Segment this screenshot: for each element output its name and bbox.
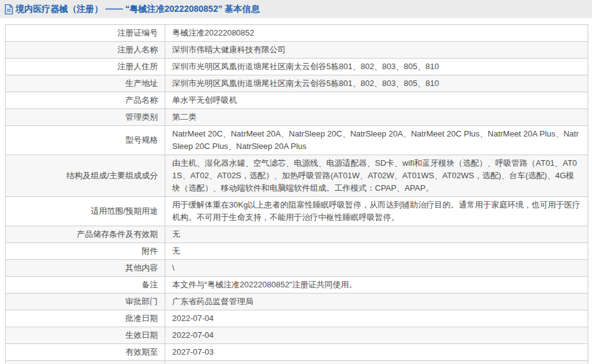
- row-label: 注册人名称: [6, 42, 165, 59]
- row-label: 备注: [6, 277, 165, 294]
- row-label: 批准日期: [6, 310, 165, 327]
- row-label: 产品名称: [6, 92, 165, 109]
- row-value: 深圳市光明区凤凰街道塘尾社区南太云创谷5栋801、802、803、805、810: [165, 59, 588, 75]
- table-row: 生产地址 深圳市光明区凤凰街道塘尾社区南太云创谷5栋801、802、803、80…: [6, 75, 588, 92]
- row-value: 2027-07-03: [165, 344, 588, 361]
- row-value: 单水平无创呼吸机: [165, 92, 588, 109]
- table-row: 批准日期 2022-07-04: [6, 310, 588, 327]
- row-value: 粤械注准20222080852: [165, 25, 588, 42]
- table-row: 产品名称 单水平无创呼吸机: [6, 92, 588, 109]
- table-row: 其他内容 \: [6, 260, 588, 277]
- row-label: 适用范围/预期用途: [6, 197, 165, 226]
- row-value: 用于缓解体重在30Kg以上患者的阻塞性睡眠呼吸暂停，从而达到辅助治疗目的。通常用…: [165, 197, 588, 226]
- row-value: NatrMeet 20C、NatrMeet 20A、NatrSleep 20C、…: [165, 126, 588, 155]
- table-row: 注册人住所 深圳市光明区凤凰街道塘尾社区南太云创谷5栋801、802、803、8…: [6, 59, 588, 75]
- row-label: 有效期至: [6, 344, 165, 361]
- row-value: 2022-07-04: [165, 327, 588, 344]
- table-row: 产品储存条件及有效期 无: [6, 226, 588, 243]
- table-row: 注册人名称 深圳市伟晴大健康科技有限公司: [6, 42, 588, 59]
- row-value: \: [165, 260, 588, 277]
- row-label: 结构及组成/主要组成成分: [6, 155, 165, 197]
- page-header: 境内医疗器械（注册） —— “粤械注准20222080852” 基本信息: [0, 0, 592, 18]
- row-value: 深圳市伟晴大健康科技有限公司: [165, 42, 588, 59]
- row-label: 其他内容: [6, 260, 165, 277]
- row-value: 2022-07-04: [165, 310, 588, 327]
- row-value: 广东省药品监督管理局: [165, 294, 588, 310]
- table-row: 审批部门 广东省药品监督管理局: [6, 294, 588, 310]
- row-label: 管理类别: [6, 109, 165, 126]
- row-label: 型号规格: [6, 126, 165, 155]
- table-row: 适用范围/预期用途 用于缓解体重在30Kg以上患者的阻塞性睡眠呼吸暂停，从而达到…: [6, 197, 588, 226]
- row-label: 注册人住所: [6, 59, 165, 75]
- row-value: 无: [165, 243, 588, 260]
- table-row: 注册证编号 粤械注准20222080852: [6, 25, 588, 42]
- row-label: 注册证编号: [6, 25, 165, 42]
- row-label: 产品储存条件及有效期: [6, 226, 165, 243]
- document-icon: [4, 4, 13, 14]
- row-value: [165, 361, 588, 364]
- row-value: 本文件与“粤械注准20222080852”注册证共同使用。: [165, 277, 588, 294]
- page-title: 境内医疗器械（注册） —— “粤械注准20222080852” 基本信息: [16, 4, 260, 15]
- table-row: 型号规格 NatrMeet 20C、NatrMeet 20A、NatrSleep…: [6, 126, 588, 155]
- table-row: 结构及组成/主要组成成分 由主机、湿化器水罐、空气滤芯、电源线、电源适配器、SD…: [6, 155, 588, 197]
- row-value: 无: [165, 226, 588, 243]
- row-label: 生效日期: [6, 327, 165, 344]
- row-value: 深圳市光明区凤凰街道塘尾社区南太云创谷5栋801、802、803、805、810: [165, 75, 588, 92]
- table-row: 管理类别 第二类: [6, 109, 588, 126]
- table-row: 备注 本文件与“粤械注准20222080852”注册证共同使用。: [6, 277, 588, 294]
- table-row: 附件 无: [6, 243, 588, 260]
- row-label: 附件: [6, 243, 165, 260]
- registration-info-table: 注册证编号 粤械注准20222080852 注册人名称 深圳市伟晴大健康科技有限…: [5, 24, 588, 364]
- table-row: [6, 361, 588, 364]
- row-value: 由主机、湿化器水罐、空气滤芯、电源线、电源适配器、SD卡、wifi和蓝牙模块（选…: [165, 155, 588, 197]
- row-label: [6, 361, 165, 364]
- row-value: 第二类: [165, 109, 588, 126]
- table-row: 生效日期 2022-07-04: [6, 327, 588, 344]
- row-label: 审批部门: [6, 294, 165, 310]
- row-label: 生产地址: [6, 75, 165, 92]
- table-row: 有效期至 2027-07-03: [6, 344, 588, 361]
